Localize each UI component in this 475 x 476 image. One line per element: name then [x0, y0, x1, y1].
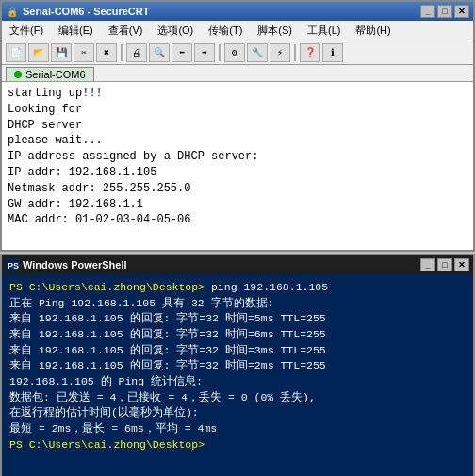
- menu-tools[interactable]: 工具(L): [303, 23, 344, 39]
- securecrt-title-bar: 🔒 Serial-COM6 - SecureCRT _ □ ✕: [2, 2, 473, 21]
- securecrt-window: 🔒 Serial-COM6 - SecureCRT _ □ ✕ 文件(F) 编辑…: [0, 0, 475, 252]
- ps-window-controls: _ □ ✕: [420, 258, 469, 271]
- menu-transfer[interactable]: 传输(T): [205, 23, 246, 39]
- ps-command-1: ping 192.168.1.105: [205, 281, 328, 293]
- powershell-window: PS Windows PowerShell _ □ ✕ PS C:\Users\…: [0, 254, 475, 476]
- ps-output-line-9: 在返行程的估计时间(以毫秒为单位):: [9, 405, 466, 421]
- toolbar-btn-7[interactable]: 🔍: [149, 43, 170, 62]
- ps-output-line-4: 来自 192.168.1.105 的回复: 字节=32 时间=3ms TTL=2…: [9, 343, 466, 359]
- ps-minimize-button[interactable]: _: [420, 258, 435, 271]
- toolbar-separator-1: [121, 44, 123, 61]
- ps-output-line-2: 来自 192.168.1.105 的回复: 字节=32 时间=5ms TTL=2…: [9, 311, 466, 327]
- tab-bar: Serial-COM6: [2, 65, 473, 82]
- powershell-terminal[interactable]: PS C:\Users\cai.zhong\Desktop> ping 192.…: [2, 274, 473, 476]
- terminal-line-1: Looking for: [8, 102, 467, 118]
- menu-file[interactable]: 文件(F): [6, 23, 47, 39]
- close-button[interactable]: ✕: [454, 5, 469, 18]
- tab-serial-com6[interactable]: Serial-COM6: [6, 67, 94, 81]
- powershell-icon: PS: [6, 258, 19, 271]
- ps-maximize-button[interactable]: □: [437, 258, 452, 271]
- menu-bar: 文件(F) 编辑(E) 查看(V) 选项(O) 传输(T) 脚本(S) 工具(L…: [2, 21, 473, 41]
- toolbar-separator-2: [219, 44, 221, 61]
- terminal-line-4: IP address assigned by a DHCP server:: [8, 149, 467, 165]
- ps-output-line-3: 来自 192.168.1.105 的回复: 字节=32 时间=6ms TTL=2…: [9, 327, 466, 343]
- securecrt-terminal[interactable]: starting up!!! Looking for DHCP server p…: [2, 82, 473, 250]
- toolbar-btn-4[interactable]: ✂: [74, 43, 94, 62]
- ps-output-line-7: 192.168.1.105 的 Ping 统计信息:: [9, 374, 466, 390]
- ps-output-line-5: 来自 192.168.1.105 的回复: 字节=32 时间=2ms TTL=2…: [9, 358, 466, 374]
- toolbar-btn-13[interactable]: ❓: [300, 43, 320, 62]
- menu-help[interactable]: 帮助(H): [352, 23, 394, 39]
- toolbar-btn-8[interactable]: ⬅: [172, 43, 192, 62]
- menu-options[interactable]: 选项(O): [154, 23, 197, 39]
- ps-prompt-1: PS C:\Users\cai.zhong\Desktop>: [9, 281, 205, 293]
- terminal-line-2: DHCP server: [8, 118, 467, 134]
- securecrt-title: Serial-COM6 - SecureCRT: [23, 6, 149, 17]
- ps-output-line-10: 最短 = 2ms，最长 = 6ms，平均 = 4ms: [9, 421, 466, 437]
- toolbar-btn-5[interactable]: ✖: [96, 43, 117, 62]
- terminal-line-7: GW addr: 192.168.1.1: [8, 197, 467, 213]
- ps-close-button[interactable]: ✕: [454, 258, 469, 271]
- window-controls: _ □ ✕: [420, 5, 469, 18]
- toolbar-btn-3[interactable]: 💾: [51, 43, 72, 62]
- terminal-line-0: starting up!!!: [8, 86, 467, 102]
- toolbar-btn-12[interactable]: ⚡: [270, 43, 290, 62]
- terminal-line-3: please wait...: [8, 133, 467, 149]
- toolbar-btn-1[interactable]: 📄: [6, 43, 26, 62]
- toolbar-separator-3: [294, 44, 296, 61]
- ps-output-line-1: 正在 Ping 192.168.1.105 具有 32 字节的数据:: [9, 296, 466, 312]
- toolbar-btn-11[interactable]: 🔧: [247, 43, 268, 62]
- powershell-title-bar: PS Windows PowerShell _ □ ✕: [2, 255, 473, 274]
- maximize-button[interactable]: □: [437, 5, 452, 18]
- tab-label: Serial-COM6: [25, 69, 86, 80]
- toolbar-btn-2[interactable]: 📂: [28, 43, 49, 62]
- menu-script[interactable]: 脚本(S): [254, 23, 296, 39]
- toolbar: 📄 📂 💾 ✂ ✖ 🖨 🔍 ⬅ ➡ ⚙ 🔧 ⚡ ❓ ℹ: [2, 41, 473, 65]
- toolbar-btn-10[interactable]: ⚙: [224, 43, 245, 62]
- menu-edit[interactable]: 编辑(E): [55, 23, 97, 39]
- securecrt-icon: 🔒: [6, 5, 19, 18]
- ps-output-line-8: 数据包: 已发送 = 4，已接收 = 4，丢失 = 0 (0% 丢失),: [9, 390, 466, 406]
- menu-view[interactable]: 查看(V): [105, 23, 147, 39]
- ps-prompt-2: PS C:\Users\cai.zhong\Desktop>: [9, 437, 466, 453]
- terminal-line-5: IP addr: 192.168.1.105: [8, 165, 467, 181]
- terminal-line-8: MAC addr: 01-02-03-04-05-06: [8, 212, 467, 228]
- connection-indicator: [14, 71, 22, 78]
- toolbar-btn-6[interactable]: 🖨: [126, 43, 147, 62]
- ps-prompt-line: PS C:\Users\cai.zhong\Desktop> ping 192.…: [9, 280, 466, 296]
- terminal-line-6: Netmask addr: 255.255.255.0: [8, 181, 467, 197]
- svg-text:PS: PS: [8, 261, 19, 271]
- toolbar-btn-14[interactable]: ℹ: [322, 43, 343, 62]
- powershell-title: Windows PowerShell: [23, 259, 127, 271]
- minimize-button[interactable]: _: [420, 5, 435, 18]
- toolbar-btn-9[interactable]: ➡: [194, 43, 215, 62]
